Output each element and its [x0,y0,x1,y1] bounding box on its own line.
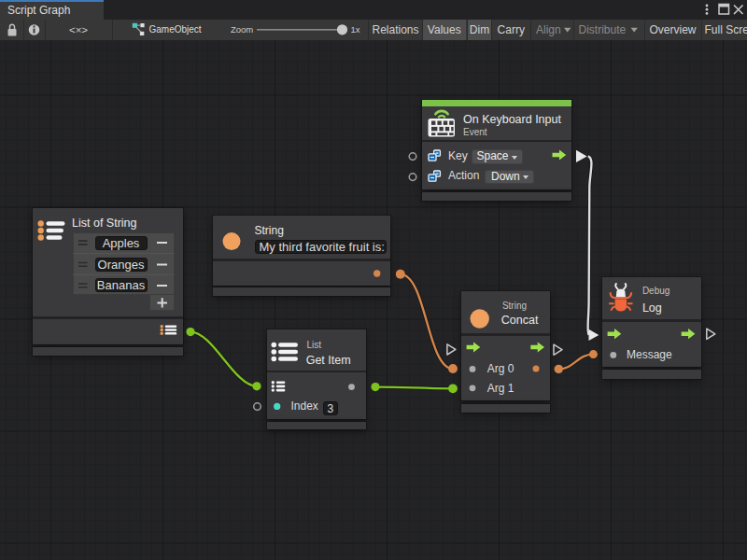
svg-text:<×>: <×> [69,24,88,35]
